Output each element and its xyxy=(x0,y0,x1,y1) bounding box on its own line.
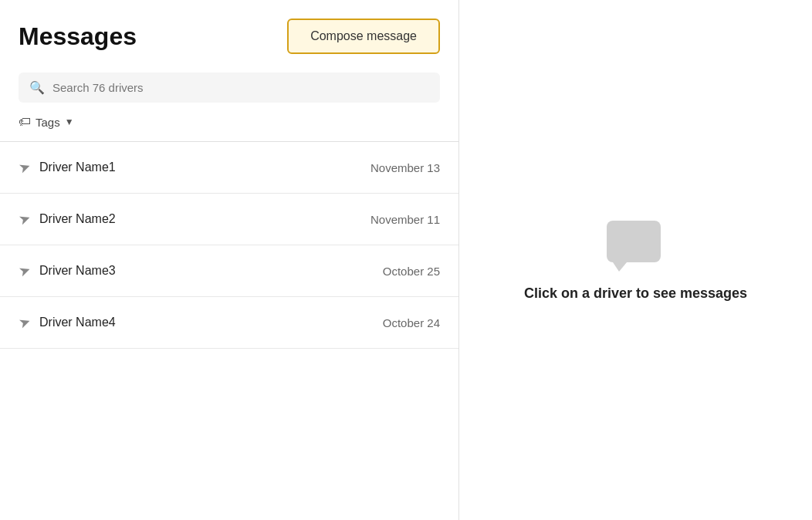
driver-name: Driver Name4 xyxy=(39,316,116,329)
driver-left: ➤ Driver Name1 xyxy=(19,159,116,176)
tags-area: 🏷 Tags ▼ xyxy=(0,103,458,132)
compose-message-button[interactable]: Compose message xyxy=(287,19,440,54)
search-input[interactable] xyxy=(52,81,429,94)
driver-list: ➤ Driver Name1 November 13 ➤ Driver Name… xyxy=(0,142,458,520)
driver-list-item[interactable]: ➤ Driver Name3 October 25 xyxy=(0,245,458,297)
driver-name: Driver Name2 xyxy=(39,212,116,226)
chat-bubble-icon xyxy=(605,219,667,273)
svg-marker-1 xyxy=(613,262,627,272)
driver-left: ➤ Driver Name4 xyxy=(19,314,116,331)
header: Messages Compose message xyxy=(0,0,458,66)
search-area: 🔍 xyxy=(0,66,458,103)
right-panel: Click on a driver to see messages xyxy=(459,0,812,520)
driver-date: October 24 xyxy=(383,316,440,329)
forward-arrow-icon: ➤ xyxy=(16,209,33,229)
driver-list-item[interactable]: ➤ Driver Name1 November 13 xyxy=(0,142,458,194)
driver-left: ➤ Driver Name3 xyxy=(19,262,116,279)
tag-icon: 🏷 xyxy=(19,115,31,129)
svg-rect-0 xyxy=(607,221,661,262)
driver-list-item[interactable]: ➤ Driver Name2 November 11 xyxy=(0,194,458,245)
left-panel: Messages Compose message 🔍 🏷 Tags ▼ ➤ Dr… xyxy=(0,0,459,520)
tags-label: Tags xyxy=(36,116,60,129)
forward-arrow-icon: ➤ xyxy=(16,312,33,333)
search-box: 🔍 xyxy=(19,73,440,103)
driver-left: ➤ Driver Name2 xyxy=(19,211,116,228)
empty-state-text: Click on a driver to see messages xyxy=(524,285,747,302)
forward-arrow-icon: ➤ xyxy=(16,261,33,281)
page-title: Messages xyxy=(19,22,137,51)
driver-date: October 25 xyxy=(383,265,440,278)
chevron-down-icon: ▼ xyxy=(65,116,74,127)
tags-filter-button[interactable]: 🏷 Tags ▼ xyxy=(19,112,74,132)
driver-name: Driver Name1 xyxy=(39,160,116,174)
forward-arrow-icon: ➤ xyxy=(16,157,33,177)
driver-date: November 11 xyxy=(370,213,440,226)
driver-list-item[interactable]: ➤ Driver Name4 October 24 xyxy=(0,297,458,349)
driver-name: Driver Name3 xyxy=(39,264,116,278)
search-icon: 🔍 xyxy=(29,80,45,95)
driver-date: November 13 xyxy=(370,161,440,174)
